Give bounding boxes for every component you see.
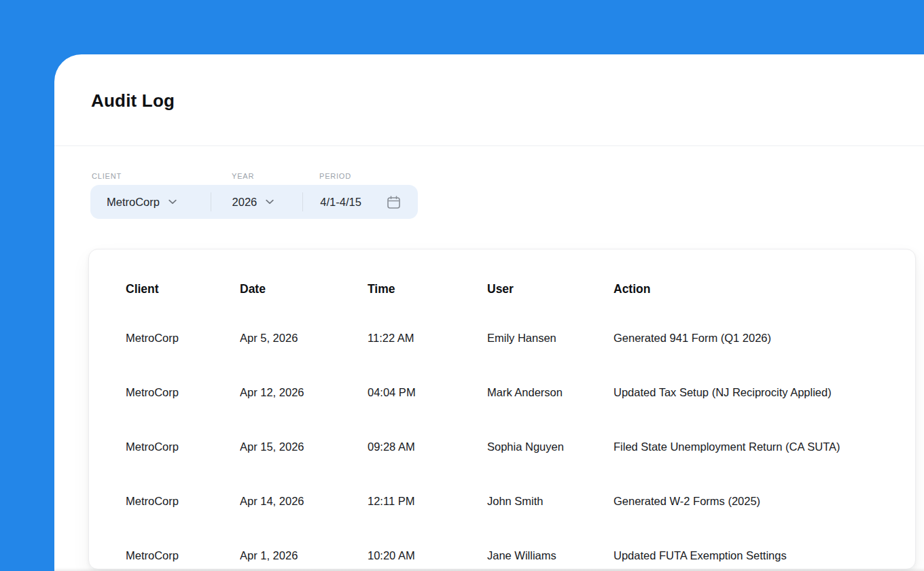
column-header-client: Client [126,282,240,296]
page-header: Audit Log [54,54,924,146]
cell-user: Sophia Nguyen [487,440,614,453]
period-picker[interactable]: 4/1-4/15 [303,185,418,219]
cell-client: MetroCorp [126,440,240,453]
column-header-time: Time [368,282,487,296]
cell-user: Jane Williams [487,549,614,562]
column-header-action: Action [614,282,915,296]
year-dropdown[interactable]: 2026 [211,185,303,219]
year-filter-label: YEAR [232,172,254,180]
client-dropdown[interactable]: MetroCorp [90,185,211,219]
cell-action: Updated FUTA Exemption Settings [614,549,915,562]
table-body: MetroCorpApr 5, 202611:22 AMEmily Hansen… [89,311,915,570]
calendar-icon [387,195,401,209]
column-header-user: User [487,282,614,296]
column-header-date: Date [240,282,368,296]
cell-client: MetroCorp [126,386,240,399]
audit-log-table: ClientDateTimeUserAction MetroCorpApr 5,… [88,249,916,570]
period-picker-value: 4/1-4/15 [320,196,361,209]
cell-time: 04:04 PM [368,386,487,399]
cell-client: MetroCorp [126,549,240,562]
cell-date: Apr 12, 2026 [240,386,368,399]
cell-date: Apr 14, 2026 [240,495,368,508]
cell-action: Generated W-2 Forms (2025) [614,495,915,508]
cell-date: Apr 15, 2026 [240,440,368,453]
cell-time: 10:20 AM [368,549,487,562]
page-title: Audit Log [91,90,175,111]
chevron-down-icon [168,199,177,205]
cell-client: MetroCorp [126,332,240,345]
cell-action: Filed State Unemployment Return (CA SUTA… [614,440,915,453]
cell-user: John Smith [487,495,614,508]
cell-time: 11:22 AM [368,332,487,345]
content-panel: Audit Log CLIENT YEAR PERIOD MetroCorp 2… [54,54,924,571]
cell-client: MetroCorp [126,495,240,508]
table-row: MetroCorpApr 14, 202612:11 PMJohn SmithG… [89,474,915,528]
cell-time: 12:11 PM [368,495,487,508]
client-dropdown-value: MetroCorp [107,196,160,209]
table-row: MetroCorpApr 12, 202604:04 PMMark Anders… [89,365,915,419]
cell-date: Apr 1, 2026 [240,549,368,562]
cell-time: 09:28 AM [368,440,487,453]
cell-action: Updated Tax Setup (NJ Reciprocity Applie… [614,386,915,399]
client-filter-label: CLIENT [92,172,122,180]
table-row: MetroCorpApr 1, 202610:20 AMJane William… [89,528,915,570]
chevron-down-icon [266,199,274,205]
cell-date: Apr 5, 2026 [240,332,368,345]
cell-action: Generated 941 Form (Q1 2026) [614,332,915,345]
cell-user: Mark Anderson [487,386,614,399]
table-row: MetroCorpApr 15, 202609:28 AMSophia Nguy… [89,419,915,474]
table-row: MetroCorpApr 5, 202611:22 AMEmily Hansen… [89,311,915,365]
year-dropdown-value: 2026 [232,196,257,209]
filter-bar: MetroCorp 2026 4/1-4/15 [90,185,418,219]
table-header-row: ClientDateTimeUserAction [89,275,915,302]
period-filter-label: PERIOD [319,172,351,180]
cell-user: Emily Hansen [487,332,614,345]
